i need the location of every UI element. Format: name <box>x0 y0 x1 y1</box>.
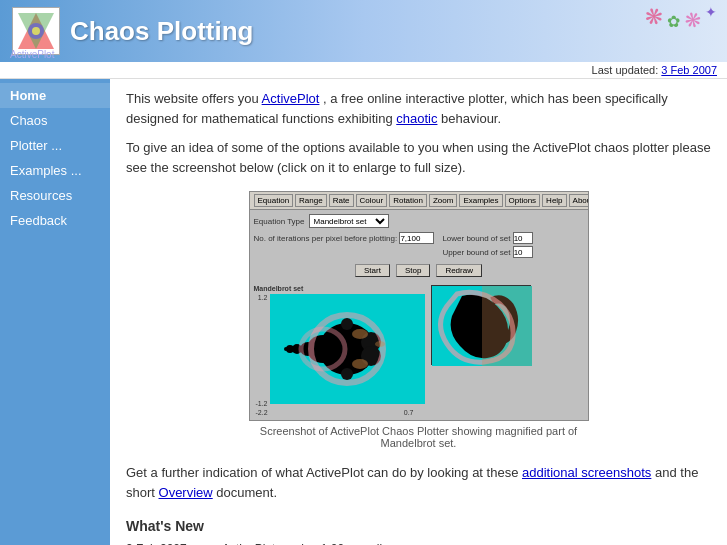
equation-type-select[interactable]: Mandelbrot set <box>309 214 389 228</box>
layout: HomeChaosPlotter ...Examples ...Resource… <box>0 79 727 545</box>
intro-text-1: This website offers you <box>126 91 262 106</box>
svg-point-3 <box>32 27 40 35</box>
more-paragraph: Get a further indication of what ActiveP… <box>126 463 711 502</box>
toolbar-zoom[interactable]: Zoom <box>429 194 457 207</box>
sidebar-item-home[interactable]: Home <box>0 83 110 108</box>
equation-type-label: Equation Type <box>254 217 305 226</box>
upper-bound-label: Upper bound of set <box>442 248 510 257</box>
x-left: -2.2 <box>256 409 268 416</box>
additional-screenshots-link[interactable]: additional screenshots <box>522 465 651 480</box>
header-decorations: ❋ ✿ ❋ ✦ <box>645 4 717 32</box>
start-button[interactable]: Start <box>355 264 390 277</box>
activeplot-tagline: ActivePlot <box>10 49 54 60</box>
toolbar-range[interactable]: Range <box>295 194 327 207</box>
intro-paragraph-2: To give an idea of some of the options a… <box>126 138 711 177</box>
mandelbrot-svg-left <box>270 294 425 404</box>
y-axis: 1.2 -1.2 <box>254 294 268 407</box>
plotter-toolbar: Equation Range Rate Colour Rotation Zoom… <box>250 192 588 210</box>
sidebar-item-feedback[interactable]: Feedback <box>0 208 110 233</box>
mandelbrot-svg-right <box>432 286 532 366</box>
chaotic-link[interactable]: chaotic <box>396 111 437 126</box>
toolbar-colour[interactable]: Colour <box>356 194 388 207</box>
butterfly-icon-3: ❋ <box>679 5 706 34</box>
x-axis: -2.2 0.7 <box>254 409 414 416</box>
butterfly-icon-4: ✦ <box>705 4 717 32</box>
whats-new-section: What's New 3 Feb 2007ActivePlot version … <box>126 518 711 545</box>
lower-bound-row: Lower bound of set <box>442 232 532 244</box>
redraw-button[interactable]: Redraw <box>436 264 482 277</box>
logo-box: Chaos Plotting <box>12 7 253 55</box>
site-title: Chaos Plotting <box>70 16 253 47</box>
butterfly-icon-1: ❋ <box>641 2 667 34</box>
left-canvas[interactable] <box>270 294 425 407</box>
toolbar-rotation[interactable]: Rotation <box>389 194 427 207</box>
sidebar-item-plotter[interactable]: Plotter ... <box>0 133 110 158</box>
more-text-1: Get a further indication of what ActiveP… <box>126 465 522 480</box>
lower-bound-input[interactable] <box>513 232 533 244</box>
svg-point-12 <box>341 368 353 380</box>
intro-text-3: behaviour. <box>441 111 501 126</box>
sidebar-item-chaos[interactable]: Chaos <box>0 108 110 133</box>
plotter-buttons: Start Stop Redraw <box>254 264 584 277</box>
sidebar-item-examples[interactable]: Examples ... <box>0 158 110 183</box>
x-right: 0.7 <box>404 409 414 416</box>
plotter-body: Equation Type Mandelbrot set No. of iter… <box>250 210 588 421</box>
last-updated-bar: Last updated: 3 Feb 2007 <box>0 62 727 79</box>
stop-button[interactable]: Stop <box>396 264 430 277</box>
last-updated-link[interactable]: 3 Feb 2007 <box>661 64 717 76</box>
toolbar-help[interactable]: Help <box>542 194 566 207</box>
svg-point-17 <box>352 329 368 339</box>
toolbar-options[interactable]: Options <box>505 194 541 207</box>
svg-point-18 <box>352 359 368 369</box>
left-canvas-wrapper: Mandelbrot set 1.2 -1.2 <box>254 285 425 416</box>
right-canvas-wrapper <box>431 285 531 416</box>
more-text-3: document. <box>216 485 277 500</box>
y-bottom: -1.2 <box>254 400 268 407</box>
toolbar-equation[interactable]: Equation <box>254 194 294 207</box>
butterfly-icon-2: ✿ <box>667 12 680 32</box>
bounds-row: No. of iterations per pixel before plott… <box>254 232 584 258</box>
iterations-input[interactable] <box>399 232 434 244</box>
iterations-row: No. of iterations per pixel before plott… <box>254 232 435 258</box>
screenshot-container[interactable]: Equation Range Rate Colour Rotation Zoom… <box>249 191 589 449</box>
upper-bound-input[interactable] <box>513 246 533 258</box>
upper-bound-row: Upper bound of set <box>442 246 532 258</box>
y-top: 1.2 <box>254 294 268 301</box>
svg-point-16 <box>284 347 288 351</box>
toolbar-about[interactable]: About <box>569 194 589 207</box>
header: Chaos Plotting ❋ ✿ ❋ ✦ ActivePlot <box>0 0 727 62</box>
sidebar-item-resources[interactable]: Resources <box>0 183 110 208</box>
overview-link[interactable]: Overview <box>159 485 213 500</box>
lower-bound-label: Lower bound of set <box>442 234 510 243</box>
iterations-label: No. of iterations per pixel before plott… <box>254 234 398 243</box>
toolbar-examples[interactable]: Examples <box>459 194 502 207</box>
svg-point-11 <box>341 318 353 330</box>
svg-rect-21 <box>482 286 532 366</box>
activeplot-link[interactable]: ActivePlot <box>262 91 320 106</box>
screenshot-caption: Screenshot of ActivePlot Chaos Plotter s… <box>249 425 589 449</box>
svg-point-19 <box>375 341 385 347</box>
intro-paragraph-1: This website offers you ActivePlot , a f… <box>126 89 711 128</box>
canvas-area: Mandelbrot set 1.2 -1.2 <box>254 285 584 416</box>
logo-icon <box>12 7 60 55</box>
main-content: This website offers you ActivePlot , a f… <box>110 79 727 545</box>
canvas-with-yaxis: 1.2 -1.2 <box>254 294 425 407</box>
last-updated-label: Last updated: <box>592 64 659 76</box>
screenshot-image[interactable]: Equation Range Rate Colour Rotation Zoom… <box>249 191 589 421</box>
sidebar: HomeChaosPlotter ...Examples ...Resource… <box>0 79 110 545</box>
equation-type-row: Equation Type Mandelbrot set <box>254 214 584 228</box>
toolbar-rate[interactable]: Rate <box>329 194 354 207</box>
right-canvas[interactable] <box>431 285 531 365</box>
canvas-title: Mandelbrot set <box>254 285 425 292</box>
whats-new-title: What's New <box>126 518 711 534</box>
bounds-inputs: Lower bound of set Upper bound of set <box>442 232 532 258</box>
